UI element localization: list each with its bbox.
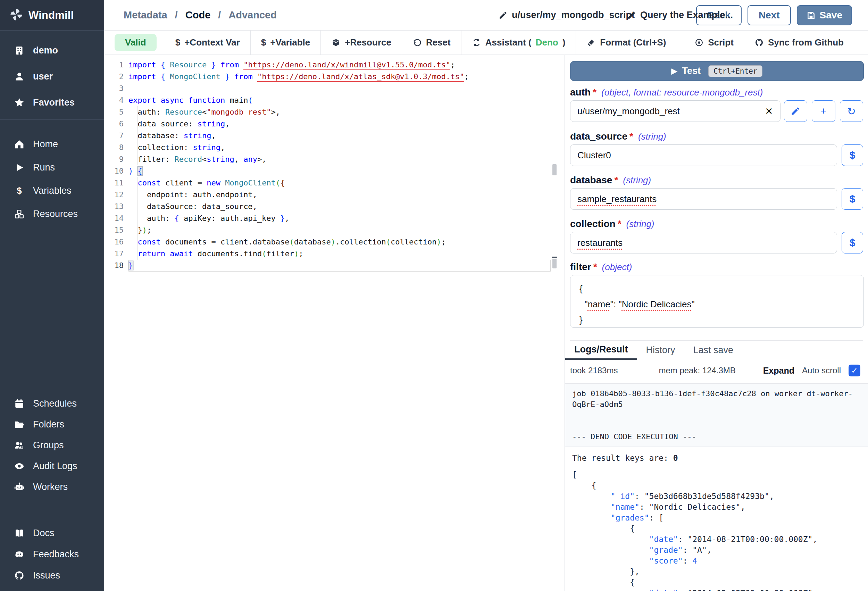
sidebar-admin-section: SchedulesFoldersGroupsAudit LogsWorkers [0,393,104,497]
result-json: [ { "_id": "5eb3d668b31de5d588f4293b", "… [572,470,861,591]
script-summary-chip[interactable]: Query the Example... [627,10,733,21]
dollar-icon: $ [14,185,25,196]
result-json-line: "date": "2014-03-05T00:00:00.000Z", [572,588,861,591]
code-line: ) { [128,165,551,177]
save-button[interactable]: Save [797,5,852,25]
code-line: import { Resource } from "https://deno.l… [128,59,551,71]
reset-button[interactable]: Reset [402,31,461,55]
tab-advanced[interactable]: Advanced [229,9,277,21]
expand-button[interactable]: Expand [763,366,794,376]
add-context-var-button[interactable]: $ +Context Var [165,31,251,55]
groups-icon [14,440,25,451]
insert-variable-button[interactable]: $ [841,188,863,210]
sidebar-divider [0,120,104,120]
log-line: job 01864b05-8033-b136-1def-f30c48ac7c28… [572,388,861,399]
script-path: u/user/my_mongodb_script [512,10,635,21]
valid-badge: Valid [115,34,156,51]
tab-history[interactable]: History [637,341,684,360]
sidebar-item-label: Groups [33,440,64,451]
github-icon [14,570,25,581]
tab-code[interactable]: Code [185,9,211,21]
clear-icon[interactable]: ✕ [765,106,773,117]
script-view-button[interactable]: Script [684,31,744,55]
pencil-icon [791,106,800,116]
auth-resource-value: u/user/my_mongodb_rest [577,106,680,117]
dollar-icon: $ [261,37,266,48]
sidebar-item-label: Schedules [33,398,77,409]
insert-variable-button[interactable]: $ [841,232,863,254]
result-json-line: { [572,577,861,588]
auth-resource-input[interactable]: u/user/my_mongodb_rest ✕ [570,100,781,122]
sidebar-item-workers[interactable]: Workers [0,476,104,497]
format-button[interactable]: Format (Ctrl+S) [576,31,676,55]
sync-from-github-button[interactable]: Sync from Github [744,31,854,55]
editor-scrollbar-thumb[interactable] [552,259,557,268]
svg-text:$: $ [17,186,22,195]
log-line [572,410,861,421]
sidebar-item-label: Home [33,139,58,150]
code-editor[interactable]: 123456789101112131415161718 import { Res… [104,55,565,591]
editor-toolbar: Valid $ +Context Var $ +Variable +Resour… [104,31,868,55]
sidebar-item-groups[interactable]: Groups [0,435,104,455]
add-resource-button[interactable]: +Resource [321,31,402,55]
sidebar-item-label: Feedbacks [33,549,79,560]
sidebar-item-audit-logs[interactable]: Audit Logs [0,455,104,476]
breadcrumb-separator: / [218,9,221,21]
filter-json-editor[interactable]: { "name": "Nordic Delicacies"} [570,275,864,328]
script-path-chip[interactable]: u/user/my_mongodb_script [499,10,635,21]
code-line: endpoint: auth.endpoint, [128,189,551,201]
sidebar-item-docs[interactable]: Docs [0,523,104,544]
code-line: const documents = client.database(databa… [128,236,551,248]
building-icon [14,45,25,56]
add-variable-button[interactable]: $ +Variable [251,31,321,55]
sidebar-item-folders[interactable]: Folders [0,414,104,435]
tab-logs-result[interactable]: Logs/Result [565,341,637,360]
result-json-line: "grades": [ [572,513,861,523]
code-line: data_source: string, [128,118,551,130]
windmill-logo-icon [9,7,24,23]
folder-icon [14,419,25,430]
sidebar-item-favorites[interactable]: Favorites [0,90,104,116]
tab-last-save[interactable]: Last save [684,341,743,360]
result-json-line: [ [572,470,861,480]
sidebar-item-feedbacks[interactable]: Feedbacks [0,544,104,565]
tab-metadata[interactable]: Metadata [124,9,167,21]
database-input[interactable]: sample_restaurants [570,188,837,210]
sidebar-item-schedules[interactable]: Schedules [0,393,104,414]
brand-header[interactable]: Windmill [0,0,104,31]
test-button[interactable]: ▶ Test Ctrl+Enter [570,61,864,81]
sidebar-item-home[interactable]: Home [0,133,104,156]
cubes-icon [14,209,25,219]
required-star: * [629,131,633,142]
user-icon [14,71,25,82]
dollar-icon: $ [850,193,856,205]
line-numbers: 123456789101112131415161718 [104,59,124,272]
sidebar-item-label: user [33,71,53,82]
refresh-cycle-icon [472,38,481,47]
overview-ruler-cursor-mark [552,257,557,259]
next-button[interactable]: Next [747,5,791,25]
editor-scrollbar-thumb[interactable] [552,164,557,175]
sidebar-item-resources[interactable]: Resources [0,202,104,226]
field-label-auth: auth* (object, format: resource-mongodb_… [570,87,863,98]
insert-variable-button[interactable]: $ [841,145,863,166]
floppy-icon [806,11,816,20]
add-resource-button-panel[interactable]: + [812,100,835,122]
assistant-button[interactable]: Assistant (Deno) [461,31,576,55]
sidebar-item-label: Resources [33,209,78,219]
refresh-resource-button[interactable]: ↻ [840,100,863,122]
result-json-line: "name": "Nordic Delicacies", [572,502,861,513]
edit-resource-button[interactable] [784,100,807,122]
sidebar-item-runs[interactable]: Runs [0,156,104,179]
result-intro: The result keys are: 0 [572,453,861,464]
autoscroll-checkbox[interactable]: ✓ [849,365,861,377]
collection-input[interactable]: restaurants [570,232,837,254]
sidebar-item-issues[interactable]: Issues [0,565,104,586]
sidebar-item-user[interactable]: user [0,64,104,90]
sidebar-item-demo[interactable]: demo [0,37,104,64]
data-source-input[interactable]: Cluster0 [570,145,837,166]
dollar-icon: $ [175,37,180,48]
run-meta-row: took 2183ms mem peak: 124.3MB Expand Aut… [565,360,868,381]
field-label-database: database* (string) [570,175,863,186]
sidebar-item-variables[interactable]: $Variables [0,179,104,202]
